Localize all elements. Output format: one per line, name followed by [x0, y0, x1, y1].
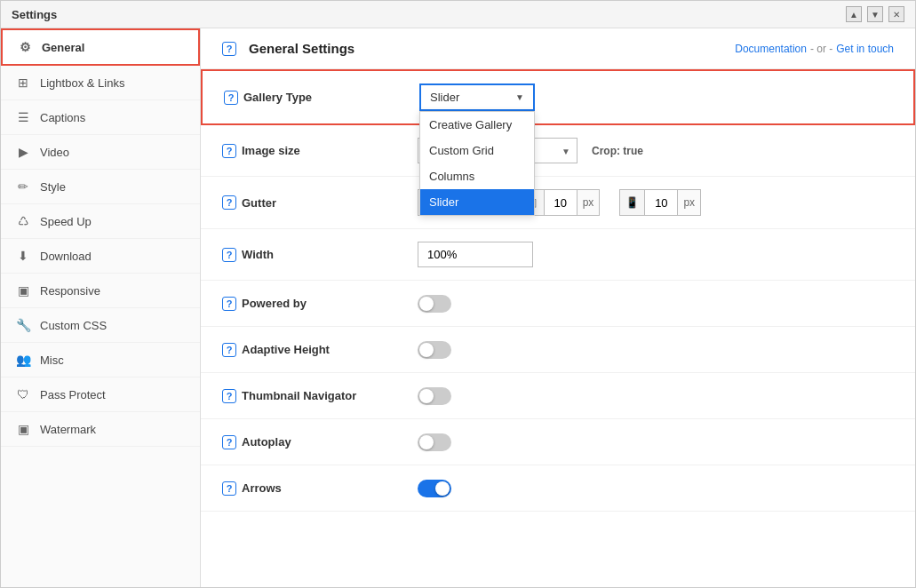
settings-window: Settings ▲ ▼ ✕ ⚙ General ⊞ Lightbox & Li… — [0, 0, 916, 588]
header-links: Documentation - or - Get in touch — [735, 43, 894, 55]
window-controls: ▲ ▼ ✕ — [846, 6, 904, 22]
toggle-knob-adaptive-height — [419, 343, 434, 357]
label-text-adaptive-height: Adaptive Height — [242, 343, 330, 356]
sidebar-label-watermark: Watermark — [40, 423, 96, 436]
label-text-gallery-type: Gallery Type — [243, 91, 312, 104]
crop-label: Crop: true — [592, 145, 643, 157]
sidebar-item-misc[interactable]: 👥 Misc — [1, 343, 200, 377]
toggle-knob-arrows — [435, 481, 450, 496]
get-in-touch-link[interactable]: Get in touch — [836, 43, 894, 55]
window-title: Settings — [12, 8, 57, 21]
label-arrows: ?Arrows — [222, 481, 418, 496]
sidebar-label-speedup: Speed Up — [40, 215, 92, 228]
toggle-knob-autoplay — [419, 435, 434, 449]
toggle-autoplay[interactable] — [418, 433, 451, 451]
toggle-track-adaptive-height[interactable] — [418, 341, 451, 359]
toggle-track-autoplay[interactable] — [418, 433, 451, 451]
sidebar-item-lightbox[interactable]: ⊞ Lightbox & Links — [1, 66, 200, 100]
sidebar-item-style[interactable]: ✏ Style — [1, 170, 200, 204]
dropdown-option-creative-gallery[interactable]: Creative Gallery — [420, 112, 534, 138]
gutter-unit-2: px — [677, 190, 700, 215]
main-content: ⚙ General ⊞ Lightbox & Links ☰ Captions … — [1, 28, 915, 587]
documentation-link[interactable]: Documentation — [735, 43, 807, 55]
main-panel: ? General Settings Documentation - or - … — [201, 28, 915, 587]
header-help-icon: ? — [222, 42, 236, 56]
settings-row-powered-by: ?Powered by — [201, 281, 915, 327]
help-icon-thumbnail-navigator: ? — [222, 389, 236, 403]
close-button[interactable]: ✕ — [888, 6, 904, 22]
dropdown-option-slider[interactable]: Slider — [420, 189, 534, 215]
settings-row-gutter: ?Gutter 🖥 px ▣ px 📱 px — [201, 177, 915, 229]
sidebar-label-responsive: Responsive — [40, 284, 100, 298]
toggle-adaptive-height[interactable] — [418, 341, 451, 359]
label-text-gutter: Gutter — [242, 196, 276, 210]
sidebar-item-speedup[interactable]: ♺ Speed Up — [1, 204, 200, 239]
dropdown-menu-gallery-type: Creative GalleryCustom GridColumnsSlider — [419, 111, 535, 216]
control-autoplay — [418, 433, 894, 451]
control-width — [418, 242, 894, 267]
sidebar-icon-general: ⚙ — [17, 39, 33, 55]
help-icon-autoplay: ? — [222, 435, 236, 449]
titlebar: Settings ▲ ▼ ✕ — [1, 1, 915, 28]
label-text-autoplay: Autoplay — [242, 435, 291, 449]
sidebar-item-download[interactable]: ⬇ Download — [1, 239, 200, 274]
label-text-arrows: Arrows — [242, 481, 282, 495]
help-icon-powered-by: ? — [222, 297, 236, 311]
sidebar-icon-lightbox: ⊞ — [15, 75, 31, 91]
sidebar-item-general[interactable]: ⚙ General — [1, 28, 200, 66]
minimize-button[interactable]: ▲ — [846, 6, 862, 22]
help-icon-gutter: ? — [222, 195, 236, 210]
toggle-knob-thumbnail-navigator — [419, 389, 434, 403]
sidebar-icon-captions: ☰ — [15, 109, 31, 125]
dropdown-button-gallery-type[interactable]: Slider▼ — [419, 83, 535, 111]
sidebar-label-style: Style — [40, 180, 66, 194]
sidebar-item-passprotect[interactable]: 🛡 Pass Protect — [1, 377, 200, 412]
dropdown-arrow-icon: ▼ — [515, 92, 524, 102]
settings-row-arrows: ?Arrows — [201, 465, 915, 512]
sidebar: ⚙ General ⊞ Lightbox & Links ☰ Captions … — [1, 28, 201, 587]
dropdown-option-custom-grid[interactable]: Custom Grid — [420, 138, 534, 163]
sidebar-icon-responsive: ▣ — [15, 282, 31, 298]
label-text-thumbnail-navigator: Thumbnail Navigator — [242, 389, 356, 402]
sidebar-item-customcss[interactable]: 🔧 Custom CSS — [1, 308, 200, 343]
sidebar-item-video[interactable]: ▶ Video — [1, 135, 200, 170]
sidebar-icon-misc: 👥 — [15, 352, 31, 368]
main-header-title-group: ? General Settings — [222, 41, 354, 56]
sidebar-label-captions: Captions — [40, 111, 85, 124]
sidebar-icon-speedup: ♺ — [15, 213, 31, 229]
settings-row-thumbnail-navigator: ?Thumbnail Navigator — [201, 373, 915, 419]
main-header: ? General Settings Documentation - or - … — [201, 28, 915, 69]
sidebar-label-general: General — [42, 41, 84, 54]
sidebar-icon-customcss: 🔧 — [15, 317, 31, 333]
crop-key: Crop: — [592, 145, 620, 157]
settings-row-width: ?Width — [201, 229, 915, 281]
restore-button[interactable]: ▼ — [867, 6, 883, 22]
sidebar-item-responsive[interactable]: ▣ Responsive — [1, 274, 200, 308]
settings-row-gallery-type: ?Gallery TypeSlider▼Creative GalleryCust… — [201, 69, 915, 125]
sidebar-item-captions[interactable]: ☰ Captions — [1, 100, 200, 135]
toggle-thumbnail-navigator[interactable] — [418, 387, 451, 405]
toggle-track-thumbnail-navigator[interactable] — [418, 387, 451, 405]
dropdown-option-columns[interactable]: Columns — [420, 163, 534, 189]
separator-text: - or - — [810, 43, 832, 55]
toggle-knob-powered-by — [419, 297, 434, 311]
dropdown-selected-value: Slider — [430, 91, 459, 104]
toggle-arrows[interactable] — [418, 480, 451, 497]
toggle-track-powered-by[interactable] — [418, 295, 451, 313]
gutter-input-1[interactable] — [545, 190, 577, 215]
settings-row-image-size: ?Image sizeCrop: true — [201, 125, 915, 177]
width-input[interactable] — [418, 242, 533, 267]
label-autoplay: ?Autoplay — [222, 435, 418, 449]
mobile-icon: 📱 — [620, 190, 645, 215]
settings-row-autoplay: ?Autoplay — [201, 419, 915, 465]
control-arrows — [418, 480, 894, 497]
settings-rows: ?Gallery TypeSlider▼Creative GalleryCust… — [201, 69, 915, 512]
label-text-powered-by: Powered by — [242, 297, 307, 310]
help-icon-adaptive-height: ? — [222, 343, 236, 357]
gutter-input-2[interactable] — [645, 190, 677, 215]
main-title: General Settings — [249, 41, 354, 56]
sidebar-icon-video: ▶ — [15, 144, 31, 160]
toggle-track-arrows[interactable] — [418, 480, 451, 497]
sidebar-item-watermark[interactable]: ▣ Watermark — [1, 412, 200, 447]
toggle-powered-by[interactable] — [418, 295, 451, 313]
